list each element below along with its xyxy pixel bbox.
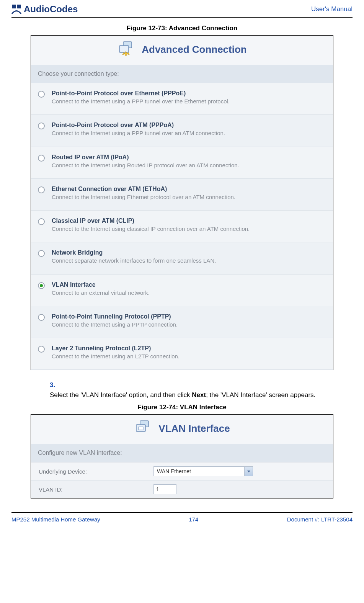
configure-vlan-prompt: Configure new VLAN interface:	[31, 444, 333, 462]
brand-name: AudioCodes	[24, 4, 78, 15]
vlan-interface-screenshot: VLAN Interface Configure new VLAN interf…	[31, 414, 333, 498]
connection-option[interactable]: Routed IP over ATM (IPoA)Connect to the …	[31, 147, 333, 179]
option-text: Layer 2 Tunneling Protocol (L2TP)Connect…	[52, 345, 326, 360]
option-title: Network Bridging	[52, 249, 326, 256]
option-title: Routed IP over ATM (IPoA)	[52, 154, 326, 161]
vlan-id-label: VLAN ID:	[39, 486, 153, 493]
footer-product: MP252 Multimedia Home Gateway	[11, 516, 100, 523]
radio-button[interactable]	[38, 282, 45, 289]
option-desc: Connect to the Internet using classical …	[52, 225, 326, 233]
connection-option[interactable]: Point-to-Point Tunneling Protocol (PPTP)…	[31, 306, 333, 338]
option-desc: Connect to the Internet using Routed IP …	[52, 162, 326, 169]
connection-option[interactable]: VLAN InterfaceConnect to an external vir…	[31, 275, 333, 306]
page-footer: MP252 Multimedia Home Gateway 174 Docume…	[11, 512, 353, 523]
option-text: Point-to-Point Tunneling Protocol (PPTP)…	[52, 313, 326, 328]
option-desc: Connect to the Internet using a PPP tunn…	[52, 129, 326, 137]
vlan-id-input[interactable]	[153, 484, 176, 494]
underlying-device-select[interactable]: WAN Ethernet	[153, 466, 253, 476]
svg-rect-1	[17, 5, 21, 8]
option-text: VLAN InterfaceConnect to an external vir…	[52, 281, 326, 297]
svg-rect-0	[12, 5, 16, 8]
instruction-step: 3. Select the 'VLAN Interface' option, a…	[50, 380, 330, 400]
connection-option[interactable]: Classical IP over ATM (CLIP)Connect to t…	[31, 211, 333, 242]
brand-logo: AudioCodes	[11, 4, 78, 15]
option-text: Routed IP over ATM (IPoA)Connect to the …	[52, 154, 326, 169]
connection-icon	[117, 41, 136, 58]
radio-button[interactable]	[38, 155, 45, 162]
page-header: AudioCodes User's Manual	[11, 4, 353, 18]
option-desc: Connect to the Internet using Ethernet p…	[52, 193, 326, 201]
option-desc: Connect to an external virtual network.	[52, 289, 326, 297]
radio-button[interactable]	[38, 346, 45, 353]
connection-option[interactable]: Network BridgingConnect separate network…	[31, 242, 333, 274]
step-number: 3.	[50, 380, 60, 390]
option-title: VLAN Interface	[52, 281, 326, 288]
step-text-before: Select the 'VLAN Interface' option, and …	[50, 391, 192, 399]
panel-title-bar: Advanced Connection	[31, 36, 333, 65]
option-text: Classical IP over ATM (CLIP)Connect to t…	[52, 217, 326, 233]
option-title: Ethernet Connection over ATM (ETHoA)	[52, 186, 326, 193]
option-title: Layer 2 Tunneling Protocol (L2TP)	[52, 345, 326, 352]
option-title: Point-to-Point Tunneling Protocol (PPTP)	[52, 313, 326, 320]
footer-page-number: 174	[189, 516, 198, 523]
footer-doc-id: Document #: LTRT-23504	[287, 516, 353, 523]
panel-title: Advanced Connection	[142, 44, 246, 56]
underlying-device-label: Underlying Device:	[39, 468, 153, 475]
svg-rect-7	[139, 427, 143, 430]
option-title: Point-to-Point Protocol over ATM (PPPoA)	[52, 122, 326, 129]
option-desc: Connect to the Internet using a PPTP con…	[52, 321, 326, 328]
manual-label: User's Manual	[311, 5, 353, 13]
radio-button[interactable]	[38, 123, 45, 129]
vlan-icon	[134, 420, 153, 437]
step-text: Select the 'VLAN Interface' option, and …	[50, 390, 317, 400]
connection-option[interactable]: Point-to-Point Protocol over ATM (PPPoA)…	[31, 115, 333, 147]
radio-button[interactable]	[38, 314, 45, 321]
option-title: Point-to-Point Protocol over Ethernet (P…	[52, 90, 326, 97]
vlan-panel-title: VLAN Interface	[158, 423, 230, 435]
connection-option[interactable]: Ethernet Connection over ATM (ETHoA)Conn…	[31, 179, 333, 211]
step-text-after: ; the 'VLAN Interface' screen appears.	[206, 391, 315, 399]
choose-type-prompt: Choose your connection type:	[31, 65, 333, 83]
option-desc: Connect to the Internet using a PPP tunn…	[52, 98, 326, 105]
option-text: Point-to-Point Protocol over ATM (PPPoA)…	[52, 122, 326, 137]
radio-button[interactable]	[38, 91, 45, 98]
step-text-bold: Next	[192, 391, 206, 399]
chevron-down-icon	[244, 467, 253, 476]
radio-button[interactable]	[38, 250, 45, 257]
radio-button[interactable]	[38, 186, 45, 193]
underlying-device-value: WAN Ethernet	[157, 468, 191, 474]
connection-options-list: Point-to-Point Protocol over Ethernet (P…	[31, 83, 333, 370]
option-text: Ethernet Connection over ATM (ETHoA)Conn…	[52, 186, 326, 201]
option-text: Point-to-Point Protocol over Ethernet (P…	[52, 90, 326, 105]
advanced-connection-screenshot: Advanced Connection Choose your connecti…	[31, 35, 333, 370]
vlan-panel-title-bar: VLAN Interface	[31, 415, 333, 444]
figure-caption-2: Figure 12-74: VLAN Interface	[11, 404, 353, 411]
underlying-device-row: Underlying Device: WAN Ethernet	[31, 462, 333, 480]
connection-option[interactable]: Point-to-Point Protocol over Ethernet (P…	[31, 83, 333, 115]
audiocodes-mark-icon	[11, 4, 21, 14]
connection-option[interactable]: Layer 2 Tunneling Protocol (L2TP)Connect…	[31, 338, 333, 370]
radio-button[interactable]	[38, 218, 45, 225]
option-text: Network BridgingConnect separate network…	[52, 249, 326, 265]
svg-rect-3	[119, 46, 129, 52]
option-desc: Connect to the Internet using an L2TP co…	[52, 353, 326, 360]
figure-caption-1: Figure 12-73: Advanced Connection	[11, 25, 353, 32]
option-title: Classical IP over ATM (CLIP)	[52, 217, 326, 224]
vlan-id-row: VLAN ID:	[31, 480, 333, 498]
option-desc: Connect separate network interfaces to f…	[52, 257, 326, 265]
